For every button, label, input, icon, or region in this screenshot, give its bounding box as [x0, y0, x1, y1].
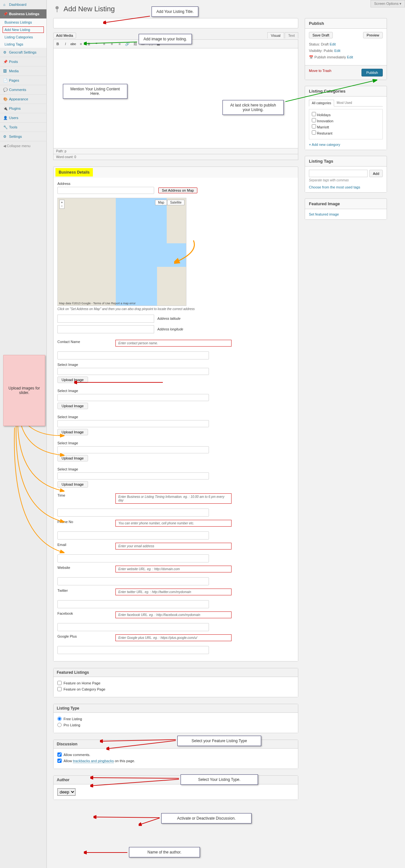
- email-label: Email: [57, 543, 106, 547]
- tags-input[interactable]: [309, 170, 368, 177]
- cat-resturant-checkbox[interactable]: [312, 130, 316, 134]
- menu-appearance[interactable]: 🎨Appearance: [0, 95, 46, 104]
- select-image-label-2: Select Image: [57, 389, 294, 393]
- trackback-link[interactable]: trackbacks and pingbacks: [73, 759, 114, 763]
- pro-listing-label: Pro Listing: [64, 723, 80, 727]
- save-draft-button[interactable]: Save Draft: [309, 32, 333, 38]
- submenu-categories[interactable]: Listing Categories: [0, 34, 46, 41]
- website-input[interactable]: [57, 577, 209, 585]
- menu-media[interactable]: 🖼Media: [0, 66, 46, 76]
- publish-button[interactable]: Publish: [362, 69, 383, 76]
- longitude-label: Address longitude: [157, 328, 183, 331]
- image-input-1[interactable]: [57, 368, 209, 375]
- listing-title-input[interactable]: [53, 18, 298, 28]
- select-image-label-4: Select Image: [57, 441, 294, 445]
- add-media-button[interactable]: Add Media: [53, 33, 76, 38]
- menu-business-listings[interactable]: 📌Business Listings: [0, 9, 46, 19]
- tab-text[interactable]: Text: [285, 32, 298, 38]
- menu-dashboard[interactable]: ⌂Dashboard: [0, 0, 46, 9]
- free-listing-radio[interactable]: [57, 717, 62, 721]
- menu-users[interactable]: 👤Users: [0, 113, 46, 123]
- menu-comments[interactable]: 💬Comments: [0, 85, 46, 95]
- menu-geocraft[interactable]: ⚙Geocraft Settings: [0, 48, 46, 57]
- collapse-menu[interactable]: ◀ Collapse menu: [0, 141, 46, 151]
- address-label: Address: [57, 182, 294, 186]
- bullet-list-button[interactable]: ≡: [78, 41, 84, 47]
- set-address-button[interactable]: Set Address on Map: [158, 187, 197, 193]
- feature-home-checkbox[interactable]: [57, 681, 62, 685]
- longitude-input[interactable]: [57, 325, 154, 333]
- add-category-link[interactable]: + Add new category: [309, 143, 383, 147]
- time-input[interactable]: [57, 508, 209, 517]
- comment-icon: 💬: [3, 88, 7, 92]
- allow-trackbacks-checkbox[interactable]: [57, 758, 62, 763]
- set-featured-image-link[interactable]: Set featured image: [309, 212, 339, 216]
- tab-visual[interactable]: Visual: [267, 32, 284, 38]
- publish-box: Publish Save Draft Preview Status: Draft…: [305, 18, 387, 80]
- featured-image-box: Featured Image Set featured image: [305, 198, 387, 220]
- select-image-label-3: Select Image: [57, 415, 294, 419]
- map-widget[interactable]: +− Map Satellite Map data ©2013 Google -…: [57, 198, 187, 306]
- allow-trackbacks-label: Allow trackbacks and pingbacks on this p…: [64, 759, 135, 763]
- upload-image-button-2[interactable]: Upload Image: [57, 403, 88, 409]
- contact-name-input[interactable]: [57, 351, 209, 360]
- strike-button[interactable]: abc: [70, 41, 76, 47]
- menu-tools[interactable]: 🔧Tools: [0, 123, 46, 132]
- callout-listing-type: Select Your Listing Type.: [180, 774, 258, 785]
- edit-date-link[interactable]: Edit: [347, 55, 353, 59]
- image-input-3[interactable]: [57, 420, 209, 427]
- edit-status-link[interactable]: Edit: [330, 42, 336, 46]
- image-input-5[interactable]: [57, 472, 209, 479]
- arrow-image: [84, 39, 139, 49]
- facebook-input[interactable]: [57, 623, 209, 631]
- image-input-4[interactable]: [57, 446, 209, 453]
- edit-visibility-link[interactable]: Edit: [334, 49, 340, 53]
- visibility-row: Visibility: Public Edit: [309, 49, 383, 53]
- arrow-feature-2: [106, 739, 177, 752]
- menu-pages[interactable]: 📄Pages: [0, 76, 46, 85]
- preview-button[interactable]: Preview: [363, 32, 383, 38]
- image-input-2[interactable]: [57, 394, 209, 401]
- listing-type-box: Listing Type Free Listing Pro Listing: [53, 704, 298, 733]
- callout-discussion: Activate or Deactivate Discussion.: [161, 813, 251, 824]
- screen-options-button[interactable]: Screen Options ▾: [371, 0, 405, 7]
- italic-button[interactable]: I: [63, 41, 68, 47]
- feature-category-checkbox[interactable]: [57, 687, 62, 691]
- submenu-bl[interactable]: Business Listings: [0, 19, 46, 26]
- tags-hint: Separate tags with commas: [309, 179, 383, 182]
- address-input[interactable]: [57, 187, 154, 194]
- map-type-map[interactable]: Map: [155, 200, 167, 205]
- email-input[interactable]: [57, 554, 209, 562]
- add-tag-button[interactable]: Add: [369, 170, 383, 177]
- pro-listing-radio[interactable]: [57, 723, 62, 727]
- phone-input[interactable]: [57, 531, 209, 539]
- author-select[interactable]: deep: [57, 788, 75, 796]
- free-listing-label: Free Listing: [64, 717, 82, 721]
- arrow-author: [84, 849, 129, 856]
- choose-tags-link[interactable]: Choose from the most used tags: [309, 185, 383, 189]
- gplus-input[interactable]: [57, 646, 209, 654]
- arrow-contact: [74, 379, 164, 385]
- menu-posts[interactable]: 📌Posts: [0, 57, 46, 66]
- map-zoom-control[interactable]: +−: [59, 200, 65, 209]
- move-to-trash-link[interactable]: Move to Trash: [309, 69, 332, 76]
- settings-icon: ⚙: [3, 134, 7, 138]
- bold-button[interactable]: B: [55, 41, 61, 47]
- twitter-input[interactable]: [57, 600, 209, 608]
- menu-settings[interactable]: ⚙Settings: [0, 132, 46, 141]
- map-type-satellite[interactable]: Satellite: [167, 200, 184, 205]
- submenu-tags[interactable]: Listing Tags: [0, 41, 46, 48]
- callout-slider: Upload images for slider.: [3, 355, 45, 426]
- phone-label: Phone No: [57, 520, 106, 524]
- cat-holidays-checkbox[interactable]: [312, 112, 316, 116]
- submenu-add-new[interactable]: Add New Listing: [3, 27, 44, 33]
- callout-author: Name of the author.: [129, 847, 200, 857]
- allow-comments-checkbox[interactable]: [57, 752, 62, 757]
- cat-innovation-checkbox[interactable]: [312, 118, 316, 122]
- editor-path-bar: Path: p: [53, 149, 298, 154]
- time-hint: Enter Business or Listing Timing Informa…: [115, 493, 232, 504]
- latitude-input[interactable]: [57, 315, 154, 323]
- cat-marriott-checkbox[interactable]: [312, 124, 316, 128]
- menu-plugins[interactable]: 🔌Plugins: [0, 104, 46, 113]
- facebook-label: Facebook: [57, 612, 106, 615]
